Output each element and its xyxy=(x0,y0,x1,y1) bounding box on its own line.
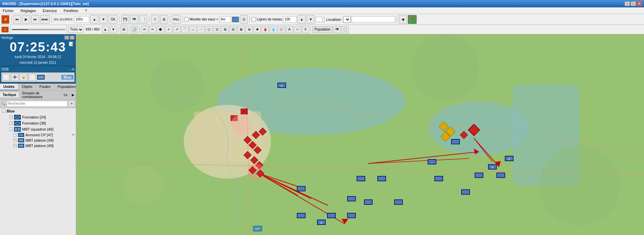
mbt48-expand[interactable]: + xyxy=(13,139,17,142)
f38-expand[interactable]: + xyxy=(9,122,13,125)
menu-reglages[interactable]: Réglages xyxy=(19,8,37,13)
mbt46-expand[interactable]: – xyxy=(9,128,13,131)
tree-item-mbt48[interactable]: + MBT platoon [48] xyxy=(0,138,76,143)
step-button[interactable]: ⏭ xyxy=(31,15,39,24)
odb-lock-btn[interactable]: 🔒 xyxy=(20,74,27,81)
draw-tool7[interactable]: ⌓ xyxy=(189,26,197,33)
ticks-select[interactable]: Ticks xyxy=(68,26,84,33)
timeline-slider[interactable] xyxy=(12,29,65,30)
draw-tool14[interactable]: ⊕ xyxy=(246,26,253,33)
draw-tool9[interactable]: ◻ xyxy=(205,26,213,33)
tree-item-acp47[interactable]: + Armored CP [47] P xyxy=(0,132,76,138)
odb-close-btn[interactable]: ✕ xyxy=(72,67,74,71)
sub-tab-connaissance[interactable]: Groupes de connaissance xyxy=(19,91,61,99)
odb-unit-icon[interactable] xyxy=(37,75,45,80)
save-button[interactable]: 💾 xyxy=(121,15,129,24)
level-val-input[interactable] xyxy=(283,16,297,23)
tree-root-expand[interactable]: – xyxy=(2,109,5,113)
small-logo-btn[interactable]: ⚔ xyxy=(1,27,9,33)
water-rise-checkbox[interactable] xyxy=(184,17,189,21)
draw-tool5[interactable]: ↗ xyxy=(173,26,180,33)
level-down-btn[interactable]: ▼ xyxy=(307,15,315,24)
grid-view-btn[interactable]: ⊞ xyxy=(120,26,127,33)
clock-close-btn[interactable]: ✕ xyxy=(70,36,74,40)
speed-input[interactable] xyxy=(74,16,89,23)
water-extra-btn[interactable]: ⊡ xyxy=(240,15,248,24)
draw-tool1[interactable]: ✏ xyxy=(141,26,148,33)
draw-tool2[interactable]: ✂ xyxy=(149,26,156,33)
play-button[interactable]: ▶ xyxy=(22,15,30,24)
tree-item-f24[interactable]: + Formation [24] xyxy=(0,114,76,120)
draw-tool4[interactable]: ⌖ xyxy=(165,26,172,33)
draw-tool3[interactable]: ⬟ xyxy=(157,26,164,33)
draw-tool20[interactable]: ≈ xyxy=(294,26,301,33)
water-val-input[interactable] xyxy=(219,16,231,23)
ok-button[interactable]: Ok xyxy=(108,15,117,24)
map-area[interactable]: ⊞ ⊞ ⊞ xyxy=(76,34,644,235)
draw-tool19[interactable]: A xyxy=(286,26,293,33)
odb-add-btn[interactable]: ➕ xyxy=(11,74,18,81)
tree-item-f38[interactable]: + Formation [38] xyxy=(0,120,76,126)
tab-foules[interactable]: Foules xyxy=(36,84,54,90)
level-lines-checkbox[interactable] xyxy=(252,17,256,21)
sub-tab-lo[interactable]: Lo xyxy=(61,92,70,97)
tick-up-btn[interactable]: ▲ xyxy=(102,26,109,33)
odb-min-btn[interactable]: – xyxy=(69,67,71,71)
layers-button[interactable]: 📑 xyxy=(139,15,147,24)
map-tool1[interactable]: 🗺 xyxy=(333,26,341,33)
menu-exercice[interactable]: Exercice xyxy=(42,8,58,13)
mbt49-expand[interactable]: + xyxy=(13,144,17,147)
localize-select[interactable] xyxy=(343,16,351,23)
draw-tool8[interactable]: ⋯ xyxy=(197,26,205,33)
speed-down-btn[interactable]: ▼ xyxy=(99,15,107,24)
map-tool2[interactable]: 📋 xyxy=(341,26,349,33)
draw-tool15[interactable]: ✚ xyxy=(254,26,261,33)
draw-tool10[interactable]: ⊡ xyxy=(213,26,221,33)
menu-fenetres[interactable]: Fenêtres xyxy=(62,8,79,13)
localize-input[interactable] xyxy=(352,16,395,23)
tree-item-mbt49[interactable]: + MBT platoon [49] xyxy=(0,143,76,148)
logo-button[interactable]: ⚔ xyxy=(1,15,9,24)
draw-tool12[interactable]: ⊟ xyxy=(229,26,237,33)
nav-arrow-left[interactable]: ◀ xyxy=(399,15,407,24)
tab-objets[interactable]: Objets xyxy=(18,84,36,90)
tab-populations[interactable]: Populations xyxy=(54,84,76,90)
cross-button[interactable]: ✕ xyxy=(151,15,159,24)
terrain-button[interactable]: 🗺 xyxy=(130,15,138,24)
draw-tool18[interactable]: ⬡ xyxy=(278,26,285,33)
sub-tab-arrow[interactable]: ▶ xyxy=(70,92,76,97)
maximize-button[interactable]: □ xyxy=(631,1,636,6)
search-button[interactable]: ✕ xyxy=(69,101,75,107)
tick-down-btn[interactable]: ▼ xyxy=(110,26,117,33)
clock-note-icon[interactable]: 📝 xyxy=(69,42,74,46)
search-input[interactable] xyxy=(7,101,68,107)
msg-button[interactable]: ✉ 91 xyxy=(172,15,180,24)
draw-tool16[interactable]: 🩸 xyxy=(262,26,269,33)
acp47-expand[interactable]: + xyxy=(13,133,17,137)
minimize-button[interactable]: – xyxy=(625,1,630,6)
menu-help[interactable]: ? xyxy=(84,8,88,13)
close-button[interactable]: ✕ xyxy=(637,1,642,6)
draw-tool11[interactable]: ⊞ xyxy=(221,26,229,33)
svg-point-18 xyxy=(123,165,164,205)
level-up-btn[interactable]: ▲ xyxy=(298,15,306,24)
speed-up-btn[interactable]: ▲ xyxy=(90,15,98,24)
draw-tool17[interactable]: 💧 xyxy=(270,26,277,33)
refresh-btn[interactable]: 🔄 xyxy=(130,26,138,33)
draw-tool21[interactable]: # xyxy=(302,26,309,33)
tree-item-mbt46[interactable]: – MBT squadron [46] xyxy=(0,126,76,132)
odb-layer-btn[interactable]: 🗺 xyxy=(2,74,10,81)
fast-forward-button[interactable]: ⏭⏭ xyxy=(40,15,50,24)
draw-tool13[interactable]: ⊠ xyxy=(237,26,245,33)
menu-fichier[interactable]: Fichier xyxy=(1,8,15,13)
tab-unites[interactable]: Unités xyxy=(0,84,18,90)
sub-tab-tactique[interactable]: Tactique xyxy=(0,92,19,97)
rewind-button[interactable]: ⏮ xyxy=(13,15,21,24)
population-button[interactable]: Population xyxy=(312,26,333,33)
grid-button[interactable]: ⊞ xyxy=(160,15,168,24)
flag-button[interactable]: 🚩 xyxy=(408,15,417,24)
f24-expand[interactable]: + xyxy=(9,115,13,119)
draw-tool6[interactable]: ⌒ xyxy=(181,26,189,33)
odb-eye-btn[interactable]: 👁 xyxy=(29,74,36,81)
clock-min-btn[interactable]: – xyxy=(64,36,69,40)
